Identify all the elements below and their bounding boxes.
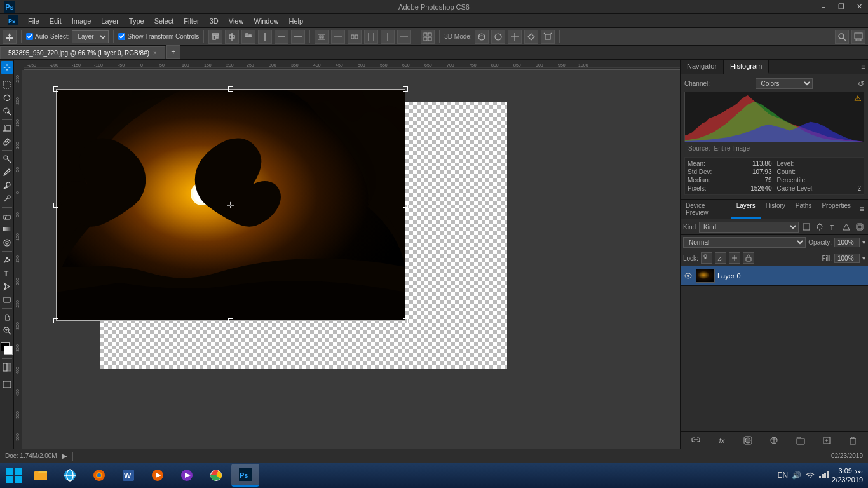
3d-roll-icon[interactable] [491, 30, 505, 44]
menu-type[interactable]: Type [124, 16, 149, 26]
arrange-icon[interactable] [421, 30, 435, 44]
link-layers-btn[interactable] [689, 434, 702, 447]
history-brush-tool[interactable] [1, 193, 13, 205]
move-tool-icon[interactable] [3, 30, 17, 44]
menu-window[interactable]: Window [248, 16, 283, 26]
layers-menu-icon[interactable]: ≡ [856, 202, 868, 216]
marquee-tool[interactable] [1, 78, 13, 91]
menu-help[interactable]: Help [284, 16, 309, 26]
auto-select-check[interactable]: Auto-Select: [26, 33, 69, 40]
quick-mask-tool[interactable] [1, 361, 13, 374]
close-button[interactable]: ✕ [850, 0, 868, 14]
hand-tool[interactable] [1, 311, 13, 323]
opacity-arrow[interactable]: ▾ [862, 239, 865, 246]
taskbar-file-explorer[interactable] [27, 464, 55, 487]
menu-filter[interactable]: Filter [179, 16, 204, 26]
taskbar-media2[interactable] [173, 464, 201, 487]
align-top-left[interactable] [208, 30, 222, 44]
transform-controls-check[interactable]: Show Transform Controls [118, 33, 199, 40]
zoom-tool[interactable] [1, 324, 13, 337]
eraser-tool[interactable] [1, 210, 13, 222]
filter-pixel-icon[interactable] [801, 221, 812, 233]
properties-tab[interactable]: Properties [817, 200, 856, 219]
menu-ps[interactable]: Ps [3, 14, 23, 28]
volume-icon[interactable]: 🔊 [792, 471, 801, 480]
transform-handle-tr[interactable] [403, 86, 408, 92]
menu-view[interactable]: View [224, 16, 249, 26]
3d-rotate-icon[interactable] [475, 30, 489, 44]
gradient-tool[interactable] [1, 223, 13, 236]
move-tool[interactable] [1, 61, 13, 74]
lock-paint-btn[interactable] [715, 252, 726, 264]
transform-handle-tm[interactable] [228, 86, 233, 92]
filter-shape-icon[interactable] [841, 221, 852, 233]
3d-scale-icon[interactable] [541, 30, 555, 44]
transform-handle-tl[interactable] [53, 86, 58, 92]
dist-5[interactable] [381, 30, 395, 44]
notification-icon[interactable] [819, 471, 829, 480]
align-right[interactable] [291, 30, 305, 44]
create-group-btn[interactable] [794, 434, 807, 447]
new-tab-btn[interactable]: + [166, 45, 180, 59]
path-select-tool[interactable] [1, 280, 13, 293]
healing-brush-tool[interactable] [1, 152, 13, 165]
color-swatches[interactable] [1, 342, 13, 355]
fill-arrow[interactable]: ▾ [862, 255, 865, 262]
lasso-tool[interactable] [1, 92, 13, 104]
align-left[interactable] [258, 30, 272, 44]
taskbar-photoshop[interactable]: Ps [231, 464, 259, 487]
maximize-button[interactable]: ❐ [832, 0, 850, 14]
shape-tool[interactable] [1, 294, 13, 306]
dist-1[interactable] [315, 30, 329, 44]
transform-handle-ml[interactable] [53, 203, 58, 208]
minimize-button[interactable]: − [815, 0, 832, 14]
status-arrow[interactable]: ▶ [62, 452, 67, 459]
opacity-input[interactable] [834, 238, 860, 247]
taskbar-clock[interactable]: 3:09 بعد 2/23/2019 [832, 466, 863, 485]
blur-tool[interactable] [1, 236, 13, 249]
eyedropper-tool[interactable] [1, 135, 13, 148]
3d-slide-icon[interactable] [524, 30, 538, 44]
align-bottom[interactable] [241, 30, 255, 44]
panel-menu-icon[interactable]: ≡ [861, 62, 865, 71]
workspace-icon[interactable] [851, 30, 865, 44]
taskbar-word[interactable]: W [114, 464, 142, 487]
taskbar-ie[interactable] [56, 464, 84, 487]
transform-handle-bl[interactable] [53, 318, 58, 323]
file-tab[interactable]: 583895_960_720.jpg @ 66.7% (Layer 0, RGB… [0, 46, 165, 59]
channel-select[interactable]: Colors Red Green Blue Luminosity RGB [756, 78, 813, 89]
menu-file[interactable]: File [23, 16, 44, 26]
layer-item-0[interactable]: Layer 0 [681, 266, 868, 286]
transform-handle-br[interactable] [403, 318, 408, 323]
add-layer-style-btn[interactable]: fx [715, 434, 728, 447]
auto-select-dropdown[interactable]: Layer Group [72, 30, 109, 43]
layers-tab[interactable]: Layers [731, 200, 761, 219]
brush-tool[interactable] [1, 166, 13, 179]
menu-layer[interactable]: Layer [96, 16, 124, 26]
add-mask-btn[interactable] [742, 434, 754, 447]
menu-edit[interactable]: Edit [44, 16, 67, 26]
taskbar-firefox[interactable] [85, 464, 113, 487]
3d-pan-icon[interactable] [508, 30, 522, 44]
lock-pixels-btn[interactable] [701, 252, 712, 264]
type-tool[interactable]: T [1, 267, 13, 280]
start-button[interactable] [3, 464, 25, 487]
taskbar-chrome[interactable] [202, 464, 230, 487]
menu-image[interactable]: Image [67, 16, 97, 26]
align-hcenter[interactable] [275, 30, 288, 44]
delete-layer-btn[interactable] [846, 434, 859, 447]
search-icon[interactable] [835, 30, 849, 44]
create-new-layer-btn[interactable] [820, 434, 833, 447]
history-tab[interactable]: History [761, 200, 790, 219]
kind-select[interactable]: Kind Name Effect [699, 222, 799, 233]
lock-all-btn[interactable] [743, 252, 754, 264]
refresh-icon[interactable]: ↺ [858, 79, 864, 88]
quick-select-tool[interactable] [1, 105, 13, 118]
crop-tool[interactable] [1, 122, 13, 135]
add-adjustment-btn[interactable] [768, 434, 780, 447]
dist-4[interactable] [364, 30, 378, 44]
network-icon[interactable] [805, 471, 815, 480]
histogram-tab[interactable]: Histogram [724, 60, 769, 74]
pen-tool[interactable] [1, 254, 13, 266]
align-vcenter[interactable] [225, 30, 239, 44]
